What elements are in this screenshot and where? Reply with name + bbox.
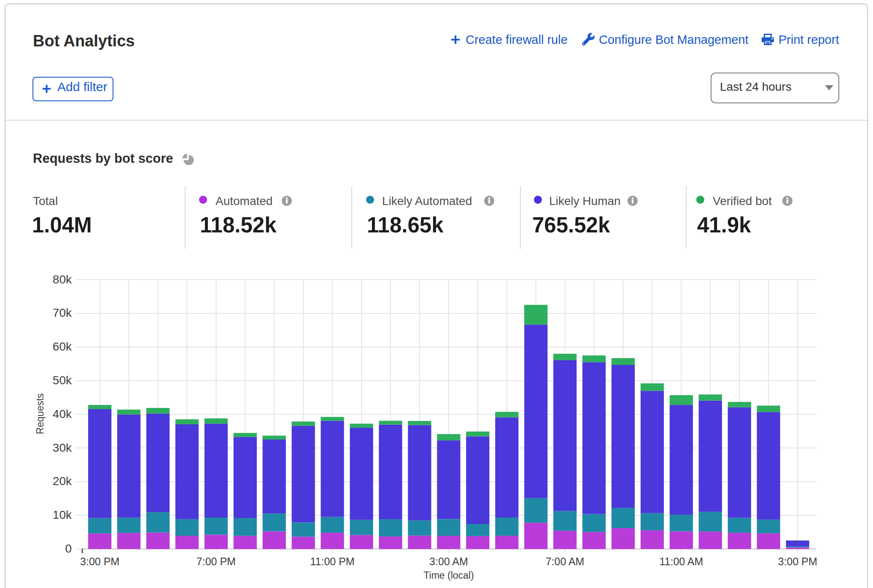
svg-text:0: 0: [65, 542, 72, 555]
svg-text:10k: 10k: [53, 508, 72, 521]
svg-text:70k: 70k: [53, 306, 72, 319]
svg-text:7:00 AM: 7:00 AM: [546, 556, 585, 567]
svg-text:7:00 PM: 7:00 PM: [197, 556, 236, 567]
svg-text:3:00 PM: 3:00 PM: [80, 556, 119, 567]
svg-text:80k: 80k: [53, 273, 72, 286]
svg-text:Requests: Requests: [35, 393, 46, 434]
svg-text:40k: 40k: [53, 407, 72, 421]
svg-text:3:00 PM: 3:00 PM: [778, 556, 817, 567]
svg-text:3:00 AM: 3:00 AM: [429, 556, 468, 567]
svg-text:11:00 AM: 11:00 AM: [660, 556, 703, 567]
svg-text:20k: 20k: [53, 475, 72, 488]
svg-text:Time (local): Time (local): [423, 570, 474, 581]
svg-text:50k: 50k: [53, 374, 72, 387]
svg-text:30k: 30k: [53, 441, 72, 454]
svg-text:60k: 60k: [53, 340, 72, 353]
svg-text:11:00 PM: 11:00 PM: [310, 556, 355, 567]
